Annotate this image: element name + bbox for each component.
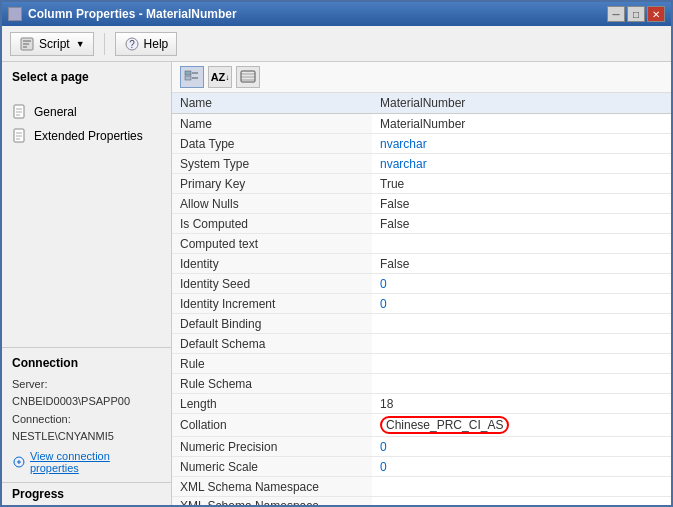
toolbar-separator <box>104 33 105 55</box>
properties-pages-icon <box>240 70 256 84</box>
table-row: NameMaterialNumber <box>172 114 671 134</box>
property-name: Rule <box>172 354 372 374</box>
table-row: Computed text <box>172 234 671 254</box>
properties-table: Name MaterialNumber NameMaterialNumberDa… <box>172 93 671 505</box>
property-name: XML Schema Namespace schema <box>172 497 372 506</box>
property-value: 0 <box>372 294 671 314</box>
title-bar: Column Properties - MaterialNumber ─ □ ✕ <box>2 2 671 26</box>
help-button[interactable]: ? Help <box>115 32 178 56</box>
property-name: Identity Increment <box>172 294 372 314</box>
sidebar-item-general[interactable]: General <box>2 100 171 124</box>
sort-category-icon <box>184 70 200 84</box>
property-name: Allow Nulls <box>172 194 372 214</box>
table-row: Data Typenvarchar <box>172 134 671 154</box>
properties-pages-button[interactable] <box>236 66 260 88</box>
property-name: Collation <box>172 414 372 437</box>
sort-alpha-icon: AZ <box>211 71 226 83</box>
sidebar: Select a page General Extended Propertie… <box>2 62 172 505</box>
property-value <box>372 477 671 497</box>
collation-circled-value: Chinese_PRC_CI_AS <box>380 416 509 434</box>
help-label: Help <box>144 37 169 51</box>
property-name: Primary Key <box>172 174 372 194</box>
window-icon <box>8 7 22 21</box>
toolbar: Script ▼ ? Help <box>2 26 671 62</box>
property-value: 0 <box>372 274 671 294</box>
view-connection-properties-link[interactable]: View connection properties <box>12 450 161 474</box>
property-value: nvarchar <box>372 134 671 154</box>
property-name: Computed text <box>172 234 372 254</box>
svg-rect-18 <box>185 76 191 80</box>
script-icon <box>19 36 35 52</box>
table-header-row: Name MaterialNumber <box>172 93 671 114</box>
property-name: Length <box>172 394 372 414</box>
property-value: MaterialNumber <box>372 114 671 134</box>
property-value: 0 <box>372 437 671 457</box>
main-properties-area: AZ ↓ Name <box>172 62 671 505</box>
sort-category-button[interactable] <box>180 66 204 88</box>
property-name: Identity <box>172 254 372 274</box>
table-row: IdentityFalse <box>172 254 671 274</box>
script-label: Script <box>39 37 70 51</box>
property-name: Data Type <box>172 134 372 154</box>
table-row: CollationChinese_PRC_CI_AS <box>172 414 671 437</box>
progress-header: Progress <box>12 487 161 501</box>
property-value: False <box>372 254 671 274</box>
table-row: Length18 <box>172 394 671 414</box>
property-value: False <box>372 214 671 234</box>
table-row: Numeric Precision0 <box>172 437 671 457</box>
main-window: Column Properties - MaterialNumber ─ □ ✕… <box>0 0 673 507</box>
help-icon: ? <box>124 36 140 52</box>
sidebar-header: Select a page <box>2 62 171 92</box>
table-row: Rule <box>172 354 671 374</box>
property-name: Default Schema <box>172 334 372 354</box>
table-row: Identity Seed0 <box>172 274 671 294</box>
table-row: Rule Schema <box>172 374 671 394</box>
property-name: Identity Seed <box>172 274 372 294</box>
table-row: Default Schema <box>172 334 671 354</box>
table-row: System Typenvarchar <box>172 154 671 174</box>
connection-info: Server: CNBEID0003\PSAPP00 Connection: N… <box>12 376 161 446</box>
close-button[interactable]: ✕ <box>647 6 665 22</box>
minimize-button[interactable]: ─ <box>607 6 625 22</box>
script-dropdown-icon[interactable]: ▼ <box>76 39 85 49</box>
property-value <box>372 354 671 374</box>
server-label: Server: <box>12 376 161 394</box>
sidebar-extended-label: Extended Properties <box>34 129 143 143</box>
property-value <box>372 234 671 254</box>
table-row: XML Schema Namespace schema <box>172 497 671 506</box>
property-value <box>372 497 671 506</box>
property-name: Numeric Scale <box>172 457 372 477</box>
content-area: Select a page General Extended Propertie… <box>2 62 671 505</box>
table-row: Is ComputedFalse <box>172 214 671 234</box>
property-value: 18 <box>372 394 671 414</box>
view-connection-link-text: View connection properties <box>30 450 161 474</box>
general-page-icon <box>12 104 28 120</box>
connection-link-icon <box>12 455 26 469</box>
table-row: Numeric Scale0 <box>172 457 671 477</box>
sort-arrow-icon: ↓ <box>225 73 229 82</box>
property-value: False <box>372 194 671 214</box>
property-name: Name <box>172 114 372 134</box>
table-row: Allow NullsFalse <box>172 194 671 214</box>
property-value: True <box>372 174 671 194</box>
svg-rect-21 <box>241 71 255 82</box>
svg-text:?: ? <box>129 39 135 50</box>
sidebar-nav: General Extended Properties <box>2 100 171 148</box>
property-value <box>372 334 671 354</box>
connection-section: Connection Server: CNBEID0003\PSAPP00 Co… <box>2 347 171 482</box>
sidebar-item-extended[interactable]: Extended Properties <box>2 124 171 148</box>
property-value: nvarchar <box>372 154 671 174</box>
connection-value: NESTLE\CNYANMI5 <box>12 428 161 446</box>
name-column-header: Name <box>172 93 372 114</box>
property-name: XML Schema Namespace <box>172 477 372 497</box>
script-button[interactable]: Script ▼ <box>10 32 94 56</box>
sort-alpha-button[interactable]: AZ ↓ <box>208 66 232 88</box>
svg-rect-17 <box>185 71 191 75</box>
property-name: Default Binding <box>172 314 372 334</box>
property-name: Is Computed <box>172 214 372 234</box>
title-buttons: ─ □ ✕ <box>607 6 665 22</box>
table-row: XML Schema Namespace <box>172 477 671 497</box>
property-name: Rule Schema <box>172 374 372 394</box>
maximize-button[interactable]: □ <box>627 6 645 22</box>
property-name: System Type <box>172 154 372 174</box>
